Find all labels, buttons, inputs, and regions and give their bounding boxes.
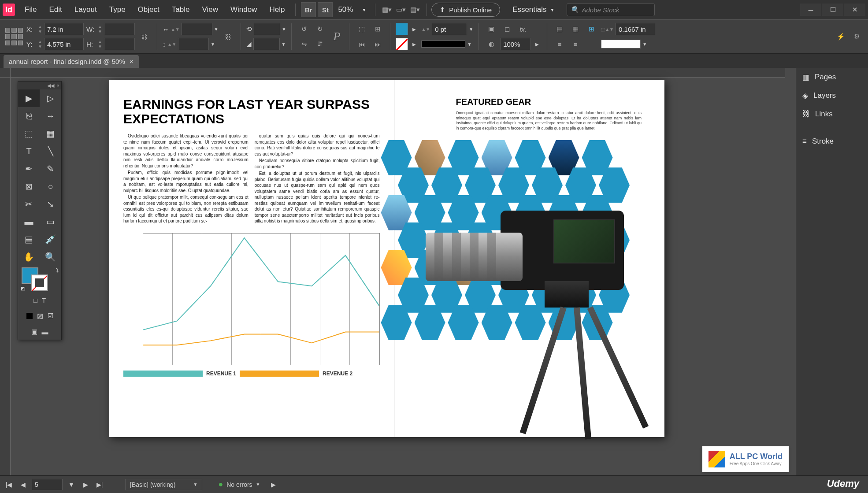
close-panel-icon[interactable]: × (57, 83, 59, 88)
stroke-weight-input[interactable]: 0 pt (432, 23, 467, 35)
rotate-input[interactable] (254, 23, 280, 35)
opacity-icon[interactable]: ◐ (484, 38, 498, 50)
constrain-scale-icon[interactable]: ⛓ (221, 30, 235, 43)
type-tool[interactable]: T (18, 142, 40, 160)
quick-apply-icon[interactable]: ⚡ (834, 30, 848, 43)
stroke-menu-arrow[interactable]: ▶ (410, 42, 419, 47)
constrain-link-icon[interactable]: ⛓ (137, 30, 152, 43)
view-options-icon[interactable]: ▦▾ (380, 4, 394, 16)
wrap-around-icon[interactable]: ▦ (568, 23, 582, 35)
wrap-jump-icon[interactable]: ⊞ (584, 23, 598, 35)
menu-layout[interactable]: Layout (68, 0, 103, 19)
fill-stroke-colors[interactable]: ⤵ ◩ (18, 266, 61, 292)
pathfinder-icon[interactable]: P (330, 30, 344, 43)
tab-close-icon[interactable]: × (130, 58, 134, 65)
zoom-select[interactable]: 50% ▼ (334, 5, 371, 14)
direct-selection-tool[interactable]: ▷ (40, 89, 61, 107)
screen-mode-icon[interactable]: ▭▾ (394, 4, 408, 16)
h-input[interactable] (104, 38, 135, 50)
menu-edit[interactable]: Edit (43, 0, 68, 19)
pen-tool[interactable]: ✒ (18, 160, 40, 178)
document-spread[interactable]: EARNINGS FOR LAST YEAR SURPASS EXPECTATI… (109, 80, 664, 437)
menu-view[interactable]: View (196, 0, 224, 19)
panel-menu-icon[interactable]: ⚙ (849, 30, 864, 43)
canvas[interactable]: ◀◀× ▶ ▷ ⎘ ↔ ⬚ ▦ T ╲ ✒ ✎ ⊠ ○ ✂ ⤡ ▬ ▭ ▤ 💉 (0, 68, 796, 475)
menu-help[interactable]: Help (263, 0, 291, 19)
next-page-button[interactable]: ▶ (80, 479, 91, 490)
free-transform-tool[interactable]: ⤡ (40, 195, 61, 213)
select-container-icon[interactable]: ⬚ (355, 23, 369, 35)
arrange-icon[interactable]: ▤▾ (408, 4, 422, 16)
content-placer-tool[interactable]: ▦ (40, 125, 61, 142)
preflight-profile-select[interactable]: [Basic] (working) ▼ (125, 479, 202, 490)
last-page-button[interactable]: ▶| (94, 479, 105, 490)
adobe-stock-search[interactable]: 🔍 Adobe Stock (567, 3, 655, 16)
open-button[interactable]: ▶ (268, 479, 279, 490)
page-menu-arrow[interactable]: ▼ (66, 479, 77, 490)
menu-file[interactable]: File (19, 0, 43, 19)
rectangle-frame-tool[interactable]: ⊠ (18, 178, 40, 195)
menu-object[interactable]: Object (132, 0, 166, 19)
fill-menu-arrow[interactable]: ▶ (410, 27, 419, 32)
page-tool[interactable]: ⎘ (18, 107, 40, 125)
flip-v-icon[interactable]: ⇵ (313, 38, 327, 50)
w-input[interactable] (104, 23, 135, 35)
stroke-color-box[interactable] (31, 274, 48, 291)
ruler-origin[interactable] (0, 68, 11, 78)
select-prev-icon[interactable]: ⏮ (355, 38, 369, 50)
effects-icon[interactable]: fx. (516, 23, 530, 35)
layers-panel-button[interactable]: ◈ Layers (796, 86, 868, 105)
links-panel-button[interactable]: ⛓ Links (796, 105, 868, 123)
minimize-button[interactable]: ─ (800, 4, 821, 16)
reference-point[interactable] (4, 27, 24, 46)
scissors-tool[interactable]: ✂ (18, 195, 40, 213)
eyedropper-tool[interactable]: 💉 (40, 230, 61, 248)
corner-input[interactable]: 0.1667 in (616, 23, 655, 35)
align-left-icon[interactable]: ≡ (553, 38, 567, 50)
swap-colors-icon[interactable]: ⤵ (56, 267, 59, 274)
formatting-container-toggle[interactable]: □T (18, 292, 61, 308)
stroke-style-select[interactable] (421, 41, 465, 48)
shear-input[interactable] (253, 38, 280, 50)
y-input[interactable]: 4.575 in (44, 38, 84, 50)
corner-style-select[interactable] (601, 40, 641, 48)
prev-page-button[interactable]: ◀ (18, 479, 28, 490)
hand-tool[interactable]: ✋ (18, 248, 40, 266)
line-tool[interactable]: ╲ (40, 142, 61, 160)
first-page-button[interactable]: |◀ (4, 479, 14, 490)
pages-panel-button[interactable]: ▥ Pages (796, 68, 868, 86)
scale-y-input[interactable] (178, 38, 209, 50)
maximize-button[interactable]: ☐ (822, 4, 843, 16)
workspace-select[interactable]: Essentials ▼ (509, 5, 558, 14)
bridge-button[interactable]: Br (301, 2, 316, 17)
close-button[interactable]: ✕ (844, 4, 865, 16)
ellipse-tool[interactable]: ○ (40, 178, 61, 195)
fill-swatch[interactable] (396, 23, 408, 35)
note-tool[interactable]: ▤ (18, 230, 40, 248)
frame-fitting-icon[interactable]: ◻ (500, 23, 514, 35)
opacity-arrow[interactable]: ▶ (533, 42, 542, 47)
publish-online-button[interactable]: ⬆ Publish Online (431, 3, 500, 17)
horizontal-ruler[interactable] (11, 68, 785, 78)
view-mode-row[interactable]: ▣▬ (18, 324, 61, 340)
rotate-cw-icon[interactable]: ↻ (313, 23, 327, 35)
align-center-icon[interactable]: ≡ (568, 38, 582, 50)
tools-panel-header[interactable]: ◀◀× (18, 82, 61, 89)
default-colors-icon[interactable]: ◩ (21, 285, 25, 291)
opacity-input[interactable]: 100% (500, 38, 531, 50)
gap-tool[interactable]: ↔ (40, 107, 61, 125)
stroke-swatch[interactable] (396, 38, 408, 50)
vertical-ruler[interactable] (0, 78, 11, 475)
errors-menu-arrow[interactable]: ▼ (256, 482, 260, 487)
gradient-feather-tool[interactable]: ▭ (40, 213, 61, 230)
stroke-panel-button[interactable]: ≡ Stroke (796, 132, 868, 151)
scale-x-input[interactable] (182, 23, 212, 35)
collapse-icon[interactable]: ◀◀ (47, 83, 54, 89)
apply-color-row[interactable]: ▨☑ (18, 308, 61, 324)
menu-type[interactable]: Type (103, 0, 132, 19)
menu-window[interactable]: Window (224, 0, 263, 19)
rotate-ccw-icon[interactable]: ↺ (297, 23, 311, 35)
zoom-tool[interactable]: 🔍 (40, 248, 61, 266)
selection-tool[interactable]: ▶ (18, 89, 40, 107)
select-next-icon[interactable]: ⏭ (371, 38, 385, 50)
